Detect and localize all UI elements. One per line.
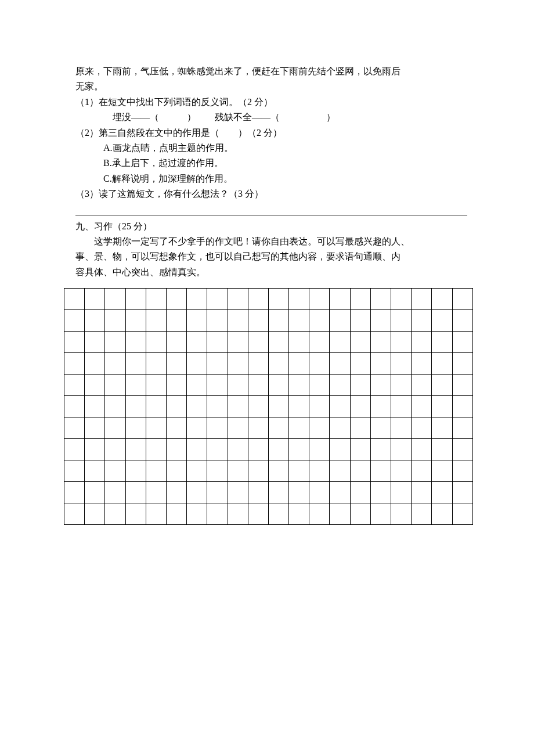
grid-cell[interactable] — [432, 332, 452, 353]
grid-cell[interactable] — [268, 396, 288, 417]
grid-cell[interactable] — [452, 482, 472, 503]
grid-cell[interactable] — [248, 375, 268, 396]
grid-cell[interactable] — [207, 289, 228, 310]
grid-cell[interactable] — [268, 482, 288, 503]
grid-cell[interactable] — [289, 310, 309, 332]
grid-cell[interactable] — [146, 460, 166, 482]
grid-cell[interactable] — [85, 332, 105, 353]
grid-cell[interactable] — [452, 439, 472, 460]
grid-cell[interactable] — [452, 417, 472, 439]
grid-cell[interactable] — [309, 353, 330, 375]
grid-cell[interactable] — [391, 375, 412, 396]
grid-cell[interactable] — [187, 332, 207, 353]
grid-cell[interactable] — [350, 460, 370, 482]
grid-cell[interactable] — [248, 353, 268, 375]
grid-cell[interactable] — [452, 375, 472, 396]
grid-cell[interactable] — [166, 310, 186, 332]
grid-cell[interactable] — [350, 439, 370, 460]
grid-cell[interactable] — [64, 353, 85, 375]
grid-cell[interactable] — [64, 460, 85, 482]
grid-cell[interactable] — [452, 503, 472, 525]
grid-cell[interactable] — [125, 417, 146, 439]
grid-cell[interactable] — [452, 310, 472, 332]
grid-cell[interactable] — [370, 417, 391, 439]
grid-cell[interactable] — [412, 396, 432, 417]
grid-cell[interactable] — [268, 289, 288, 310]
grid-cell[interactable] — [370, 482, 391, 503]
grid-cell[interactable] — [412, 332, 432, 353]
grid-cell[interactable] — [228, 460, 248, 482]
grid-cell[interactable] — [248, 417, 268, 439]
grid-cell[interactable] — [146, 353, 166, 375]
grid-cell[interactable] — [64, 417, 85, 439]
grid-cell[interactable] — [391, 482, 412, 503]
grid-cell[interactable] — [187, 375, 207, 396]
grid-cell[interactable] — [391, 353, 412, 375]
grid-cell[interactable] — [85, 289, 105, 310]
grid-cell[interactable] — [125, 289, 146, 310]
grid-cell[interactable] — [64, 310, 85, 332]
grid-cell[interactable] — [105, 289, 125, 310]
grid-cell[interactable] — [105, 417, 125, 439]
grid-cell[interactable] — [125, 460, 146, 482]
grid-cell[interactable] — [187, 503, 207, 525]
grid-cell[interactable] — [391, 310, 412, 332]
grid-cell[interactable] — [85, 460, 105, 482]
grid-cell[interactable] — [85, 310, 105, 332]
grid-cell[interactable] — [432, 375, 452, 396]
grid-cell[interactable] — [125, 375, 146, 396]
grid-cell[interactable] — [412, 460, 432, 482]
grid-cell[interactable] — [412, 503, 432, 525]
grid-cell[interactable] — [289, 396, 309, 417]
grid-cell[interactable] — [105, 439, 125, 460]
grid-cell[interactable] — [228, 375, 248, 396]
grid-cell[interactable] — [146, 396, 166, 417]
grid-cell[interactable] — [146, 310, 166, 332]
grid-cell[interactable] — [146, 503, 166, 525]
grid-cell[interactable] — [289, 503, 309, 525]
grid-cell[interactable] — [412, 310, 432, 332]
grid-cell[interactable] — [391, 289, 412, 310]
grid-cell[interactable] — [85, 417, 105, 439]
grid-cell[interactable] — [268, 375, 288, 396]
grid-cell[interactable] — [268, 460, 288, 482]
grid-cell[interactable] — [85, 353, 105, 375]
question-2-option-c[interactable]: C.解释说明，加深理解的作用。 — [75, 171, 467, 186]
grid-cell[interactable] — [166, 289, 186, 310]
grid-cell[interactable] — [452, 289, 472, 310]
grid-cell[interactable] — [125, 310, 146, 332]
grid-cell[interactable] — [289, 353, 309, 375]
grid-cell[interactable] — [330, 439, 350, 460]
grid-cell[interactable] — [370, 289, 391, 310]
grid-cell[interactable] — [289, 332, 309, 353]
grid-cell[interactable] — [85, 482, 105, 503]
question-1-blanks[interactable]: 埋没——（ ） 残缺不全——（ ） — [75, 110, 467, 125]
grid-cell[interactable] — [248, 482, 268, 503]
grid-cell[interactable] — [432, 439, 452, 460]
grid-cell[interactable] — [330, 396, 350, 417]
grid-cell[interactable] — [228, 289, 248, 310]
grid-cell[interactable] — [248, 289, 268, 310]
grid-cell[interactable] — [350, 310, 370, 332]
grid-cell[interactable] — [207, 353, 228, 375]
grid-cell[interactable] — [432, 289, 452, 310]
grid-cell[interactable] — [105, 332, 125, 353]
grid-cell[interactable] — [309, 396, 330, 417]
grid-cell[interactable] — [452, 332, 472, 353]
grid-cell[interactable] — [248, 503, 268, 525]
grid-cell[interactable] — [309, 289, 330, 310]
grid-cell[interactable] — [370, 503, 391, 525]
grid-cell[interactable] — [228, 332, 248, 353]
grid-cell[interactable] — [370, 396, 391, 417]
grid-cell[interactable] — [391, 503, 412, 525]
grid-cell[interactable] — [370, 310, 391, 332]
grid-cell[interactable] — [207, 482, 228, 503]
grid-cell[interactable] — [309, 503, 330, 525]
grid-cell[interactable] — [309, 310, 330, 332]
grid-cell[interactable] — [64, 332, 85, 353]
grid-cell[interactable] — [105, 460, 125, 482]
grid-cell[interactable] — [350, 396, 370, 417]
grid-cell[interactable] — [452, 353, 472, 375]
grid-cell[interactable] — [370, 460, 391, 482]
grid-cell[interactable] — [64, 439, 85, 460]
